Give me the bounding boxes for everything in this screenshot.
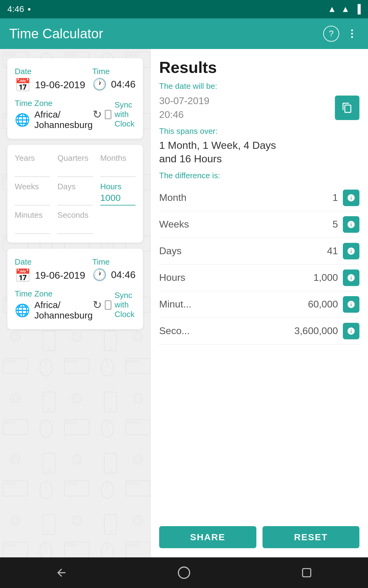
hours-field: Hours: [100, 182, 136, 205]
empty-cell: [100, 210, 136, 234]
top-sync-checkbox[interactable]: [105, 110, 111, 119]
difference-label: The difference is:: [159, 171, 359, 180]
result-row-month: Month 1: [159, 185, 359, 211]
calendar-icon: 📅: [15, 77, 31, 92]
years-field: Years: [15, 153, 50, 177]
bottom-date-field: Date 📅 19-06-2019: [15, 257, 85, 283]
top-time-field: Time 🕐 04:46: [92, 67, 136, 91]
bottom-time-value[interactable]: 04:46: [111, 269, 136, 281]
top-timezone-label: Time Zone: [15, 99, 93, 108]
month-label: Month: [159, 192, 186, 203]
bottom-sync-checkbox[interactable]: [105, 300, 111, 310]
info-icon-3: [347, 247, 355, 255]
share-button[interactable]: SHARE: [159, 526, 256, 548]
refresh-icon-2: ↻: [93, 299, 102, 311]
info-icon-5: [347, 300, 355, 309]
spans-value: 1 Month, 1 Week, 4 Daysand 16 Hours: [159, 138, 359, 165]
more-button[interactable]: [345, 29, 359, 38]
copy-icon: [342, 102, 353, 113]
info-icon-2: [347, 220, 355, 229]
app-title: Time Calculator: [9, 26, 103, 41]
bottom-sync-row[interactable]: ↻ Sync withClock: [93, 291, 137, 319]
bottom-timezone-field: Time Zone 🌐 Africa/Johannesburg: [15, 289, 93, 321]
result-date-row: 30-07-2019 20:46: [159, 94, 359, 122]
month-right: 1: [332, 190, 359, 206]
seconds-info-button[interactable]: [343, 323, 359, 339]
top-time-label: Time: [92, 67, 136, 76]
bottom-sync-label: Sync withClock: [114, 291, 137, 319]
bottom-date-time-row: Date 📅 19-06-2019 Time 🕐 04:46: [15, 257, 136, 283]
quarters-label: Quarters: [57, 153, 93, 163]
app-bar-actions: ?: [323, 26, 359, 42]
result-row-days: Days 41: [159, 238, 359, 265]
result-row-hours: Hours 1,000: [159, 265, 359, 291]
top-date-field: Date 📅 19-06-2019: [15, 67, 85, 92]
hours-result-label: Hours: [159, 272, 185, 283]
minutes-input[interactable]: [15, 221, 50, 232]
bottom-timezone-value[interactable]: Africa/Johannesburg: [34, 300, 93, 321]
copy-button[interactable]: [335, 96, 359, 120]
results-panel: Results The date will be: 30-07-2019 20:…: [150, 49, 368, 557]
weeks-info-button[interactable]: [343, 216, 359, 233]
info-icon: [347, 194, 355, 202]
result-date-value: 30-07-2019 20:46: [159, 94, 209, 122]
home-button[interactable]: [176, 565, 192, 580]
result-row-seconds: Seco... 3,600,000: [159, 318, 359, 345]
top-date-value[interactable]: 19-06-2019: [35, 79, 85, 91]
date-will-be-label: The date will be:: [159, 81, 359, 91]
hours-input[interactable]: [100, 193, 136, 203]
reset-button[interactable]: RESET: [263, 526, 360, 548]
top-date-time-row: Date 📅 19-06-2019 Time 🕐 04:46: [15, 67, 136, 92]
status-time: 4:46: [7, 4, 24, 14]
seconds-result-value: 3,600,000: [294, 325, 338, 337]
bottom-timezone-label: Time Zone: [15, 289, 93, 299]
hours-result-value: 1,000: [313, 272, 338, 283]
weeks-input[interactable]: [15, 193, 50, 203]
days-info-button[interactable]: [343, 243, 359, 259]
minutes-result-value: 60,000: [308, 299, 338, 310]
globe-icon-2: 🌐: [15, 303, 30, 318]
hours-right: 1,000: [313, 270, 359, 286]
result-row-minutes: Minut... 60,000: [159, 291, 359, 318]
seconds-field: Seconds: [57, 210, 93, 234]
top-time-value[interactable]: 04:46: [111, 79, 136, 90]
weeks-result-value: 5: [332, 219, 338, 230]
bottom-date-value[interactable]: 19-06-2019: [35, 270, 85, 281]
svg-point-11: [178, 567, 190, 579]
top-sync-row[interactable]: ↻ Sync withClock: [93, 100, 137, 129]
days-result-value: 41: [327, 245, 338, 257]
minutes-info-button[interactable]: [343, 296, 359, 313]
clock-icon-2: 🕐: [92, 268, 107, 281]
svg-rect-12: [303, 569, 311, 577]
help-button[interactable]: ?: [323, 26, 339, 42]
calendar-icon-2: 📅: [15, 268, 31, 283]
duration-grid: Years Quarters Months Weeks Days: [15, 153, 136, 234]
battery-status-icon: ▐: [355, 4, 361, 14]
months-input[interactable]: [100, 164, 136, 175]
bottom-timezone-row: Time Zone 🌐 Africa/Johannesburg ↻ Sync w…: [15, 289, 136, 321]
days-input[interactable]: [57, 193, 93, 203]
quarters-input[interactable]: [57, 164, 93, 175]
back-button[interactable]: [54, 565, 69, 580]
seconds-input[interactable]: [57, 221, 93, 232]
action-row: SHARE RESET: [159, 520, 359, 548]
top-timezone-value-row: 🌐 Africa/Johannesburg: [15, 109, 93, 130]
top-date-value-row: 📅 19-06-2019: [15, 77, 85, 92]
years-input[interactable]: [15, 164, 50, 175]
minutes-label: Minutes: [15, 210, 50, 220]
help-icon: ?: [329, 29, 334, 39]
duration-card: Years Quarters Months Weeks Days: [7, 145, 143, 243]
weeks-label: Weeks: [15, 182, 50, 191]
years-label: Years: [15, 153, 50, 163]
result-date-line1: 30-07-2019: [159, 94, 209, 108]
bottom-timezone-value-row: 🌐 Africa/Johannesburg: [15, 300, 93, 321]
minutes-result-label: Minut...: [159, 299, 191, 310]
bottom-time-value-row: 🕐 04:46: [92, 268, 136, 281]
recents-button[interactable]: [299, 565, 314, 580]
quarters-field: Quarters: [57, 153, 93, 177]
top-timezone-value[interactable]: Africa/Johannesburg: [34, 109, 93, 130]
days-right: 41: [327, 243, 359, 259]
hours-info-button[interactable]: [343, 270, 359, 286]
month-info-button[interactable]: [343, 190, 359, 206]
signal-icon: ▲: [341, 4, 350, 14]
